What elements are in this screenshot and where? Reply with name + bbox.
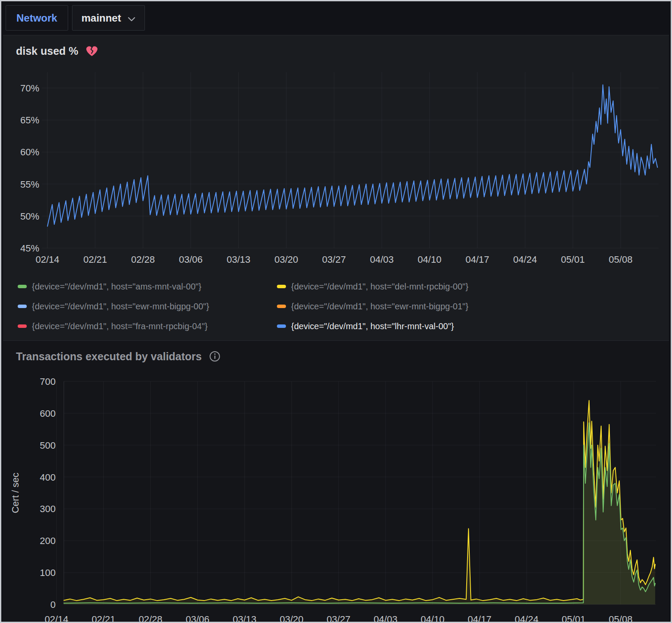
legend-label: {device="/dev/md1", host="del-mnt-rpcbig… [291,282,468,292]
variables-bar: Network mainnet [1,1,671,35]
svg-text:05/01: 05/01 [561,254,585,265]
svg-text:04/24: 04/24 [513,254,537,265]
legend-item-lhr-mnt-val-00[interactable]: {device="/dev/md1", host="lhr-mnt-val-00… [277,321,454,331]
disk-used-chart[interactable]: 02/1402/2102/2803/0603/1303/2003/2704/03… [3,62,667,270]
svg-text:03/20: 03/20 [274,254,298,265]
chevron-down-icon [128,16,135,22]
svg-text:04/10: 04/10 [421,614,444,623]
svg-text:02/28: 02/28 [131,254,155,265]
series-color-swatch [277,285,286,288]
svg-text:05/08: 05/08 [609,614,632,623]
svg-text:65%: 65% [20,115,39,126]
svg-text:200: 200 [40,535,56,546]
svg-text:700: 700 [40,376,56,387]
info-icon[interactable] [209,351,220,362]
network-label-text: Network [16,12,57,24]
svg-text:04/17: 04/17 [465,254,489,265]
svg-text:02/21: 02/21 [91,614,115,623]
svg-text:70%: 70% [20,83,39,94]
svg-text:04/10: 04/10 [418,254,441,265]
svg-text:04/24: 04/24 [515,614,538,623]
svg-text:300: 300 [40,503,56,514]
legend-label: {device="/dev/md1", host="ewr-mnt-bigpg-… [291,302,468,312]
legend-item-fra-mnt-rpcbig-04[interactable]: {device="/dev/md1", host="fra-mnt-rpcbig… [18,321,277,331]
svg-text:03/13: 03/13 [232,614,256,623]
svg-text:60%: 60% [20,147,39,157]
svg-text:04/17: 04/17 [468,614,491,623]
disk-used-panel: disk used % 02/1402/2102/2803/0603/1303/… [3,35,669,340]
disk-chart-legend: {device="/dev/md1", host="ams-mnt-val-00… [3,271,669,340]
network-select-value: mainnet [82,12,121,24]
svg-text:03/06: 03/06 [179,254,203,265]
svg-text:0: 0 [50,599,56,610]
network-select[interactable]: mainnet [72,5,145,31]
transactions-chart[interactable]: 02/1402/2102/2803/0603/1303/2003/2704/03… [3,367,667,623]
series-color-swatch [18,324,27,328]
series-color-swatch [277,324,286,328]
legend-item-del-mnt-rpcbig-00[interactable]: {device="/dev/md1", host="del-mnt-rpcbig… [277,282,468,292]
svg-text:03/13: 03/13 [226,254,250,265]
panel-title[interactable]: Transactions executed by validators [16,350,202,363]
transactions-panel: Transactions executed by validators 02/1… [3,340,669,623]
panel-title[interactable]: disk used % [16,45,79,57]
svg-text:05/01: 05/01 [562,614,585,623]
series-color-swatch [277,305,286,308]
svg-text:45%: 45% [20,243,39,254]
svg-text:500: 500 [40,440,56,451]
svg-text:02/21: 02/21 [83,254,107,265]
svg-text:Cert / sec: Cert / sec [10,472,21,513]
svg-text:100: 100 [40,567,56,578]
broken-heart-icon [86,45,98,57]
svg-text:05/08: 05/08 [609,254,632,265]
svg-text:03/20: 03/20 [279,614,303,623]
svg-text:600: 600 [40,408,56,419]
series-color-swatch [18,285,27,288]
disk-panel-header: disk used % [3,35,669,62]
svg-text:03/27: 03/27 [322,254,346,265]
svg-text:02/28: 02/28 [138,614,162,623]
variable-network-label: Network [6,5,68,31]
legend-label: {device="/dev/md1", host="ewr-mnt-bigpg-… [32,302,209,312]
legend-item-ewr-mnt-bigpg-01[interactable]: {device="/dev/md1", host="ewr-mnt-bigpg-… [277,302,468,312]
svg-text:02/14: 02/14 [35,254,59,265]
svg-text:04/03: 04/03 [370,254,394,265]
transactions-panel-header: Transactions executed by validators [3,341,669,367]
legend-item-ewr-mnt-bigpg-00[interactable]: {device="/dev/md1", host="ewr-mnt-bigpg-… [18,302,277,312]
svg-text:03/27: 03/27 [327,614,350,623]
legend-label: {device="/dev/md1", host="fra-mnt-rpcbig… [32,321,208,331]
svg-text:02/14: 02/14 [44,614,68,623]
legend-label: {device="/dev/md1", host="ams-mnt-val-00… [32,282,201,292]
svg-text:04/03: 04/03 [374,614,397,623]
svg-text:55%: 55% [20,179,39,190]
svg-text:50%: 50% [20,211,39,222]
svg-text:03/06: 03/06 [185,614,209,623]
svg-text:400: 400 [40,472,56,483]
legend-label: {device="/dev/md1", host="lhr-mnt-val-00… [291,321,454,331]
series-color-swatch [18,305,27,308]
legend-item-ams-mnt-val-00[interactable]: {device="/dev/md1", host="ams-mnt-val-00… [18,282,277,292]
